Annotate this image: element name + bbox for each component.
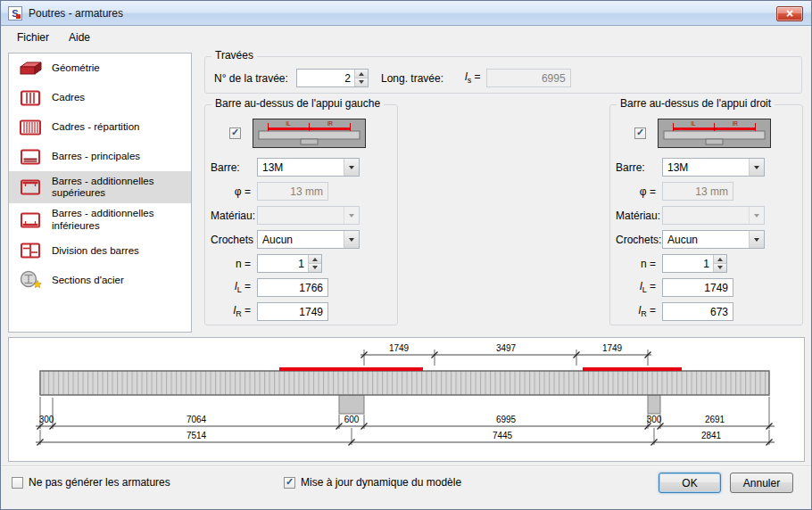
span-number-label: N° de la travée:	[214, 72, 296, 85]
left-bar-diagram: lL lR	[253, 119, 366, 148]
left-n-stepper[interactable]	[257, 254, 322, 273]
footer-separator	[1, 465, 811, 467]
app-icon-letter: S	[12, 8, 18, 19]
thumb-dim-label: lR	[733, 120, 738, 127]
titlebar[interactable]: S Poutres - armatures ×	[1, 1, 811, 26]
steel-sections-icon	[17, 270, 44, 290]
span-length-label: Long. travée:	[381, 72, 443, 85]
dynamic-update-row: ✓ Mise à jour dynamique du modèle	[284, 476, 461, 489]
right-hooks-select[interactable]: Aucun	[662, 230, 765, 249]
right-n-input[interactable]	[663, 255, 713, 272]
sidebar-item-barres-principales[interactable]: Barres - principales	[9, 142, 191, 171]
close-button[interactable]: ×	[776, 6, 803, 21]
sidebar-item-label: Cadres - répartition	[52, 121, 139, 133]
material-label: Matériau:	[616, 210, 662, 222]
left-lR-field[interactable]	[257, 302, 328, 321]
bottom-additional-bars-icon	[17, 210, 44, 230]
menu-file[interactable]: Fichier	[7, 28, 59, 47]
spin-up-icon[interactable]	[714, 255, 726, 264]
n-label: n =	[211, 258, 257, 270]
dim-label: 600	[344, 415, 360, 424]
right-support-bar-group: Barre au-dessus de l'appui droit ✓ lL lR…	[609, 104, 803, 325]
chevron-down-icon	[344, 231, 359, 248]
right-lR-field[interactable]	[662, 302, 733, 321]
spin-down-icon[interactable]	[355, 78, 368, 86]
n-label: n =	[616, 258, 662, 270]
sidebar-item-label: Sections d'acier	[52, 275, 124, 286]
dim-label: 2841	[701, 431, 722, 440]
dim-label: 300	[647, 415, 662, 424]
sidebar-item-label: Cadres	[52, 92, 85, 103]
beam-elevation-drawing: 1749 3497 1749 300 7064 600 6995 300 26	[9, 338, 804, 461]
sidebar-item-sections-acier[interactable]: Sections d'acier	[9, 266, 191, 295]
sidebar-item-label: Division des barres	[52, 245, 139, 257]
sidebar-item-cadres-repartition[interactable]: Cadres - répartition	[9, 112, 191, 142]
span-number-stepper[interactable]	[296, 69, 369, 87]
dim-label: 7064	[186, 415, 207, 424]
geometry-icon	[17, 59, 44, 78]
chevron-down-icon	[749, 207, 764, 224]
right-group-title: Barre au-dessus de l'appui droit	[617, 97, 775, 110]
app-icon: S	[8, 6, 22, 21]
phi-label: φ =	[616, 185, 662, 198]
left-phi-field	[257, 182, 328, 201]
spin-down-icon[interactable]	[309, 264, 321, 272]
span-number-input[interactable]	[297, 70, 354, 86]
cancel-button[interactable]: Annuler	[730, 473, 793, 493]
menu-help[interactable]: Aide	[59, 28, 100, 47]
ok-button[interactable]: OK	[659, 473, 721, 493]
checkmark-icon: ✓	[636, 128, 644, 137]
sidebar-item-label: Barres - additionnelles inférieures	[52, 208, 187, 231]
chevron-down-icon	[344, 207, 359, 224]
dynamic-update-checkbox[interactable]: ✓	[284, 477, 295, 489]
bar-division-icon	[17, 241, 44, 260]
chevron-down-icon	[344, 159, 359, 176]
sidebar-item-division-des-barres[interactable]: Division des barres	[9, 236, 191, 266]
left-n-input[interactable]	[258, 255, 308, 272]
phi-label: φ =	[211, 185, 257, 198]
sidebar-item-cadres[interactable]: Cadres	[9, 83, 191, 112]
stirrup-distribution-icon	[17, 118, 44, 137]
no-generate-checkbox[interactable]	[12, 477, 23, 489]
lL-label: lL =	[211, 280, 257, 294]
lR-label: lR =	[616, 304, 662, 318]
dim-label: 3497	[496, 343, 517, 353]
sidebar: Géométrie Cadres Cadres - répartition	[8, 53, 192, 333]
hooks-label: Crochets:	[616, 234, 662, 246]
thumb-dim-label: lL	[691, 120, 695, 127]
thumb-dim-label: lR	[327, 120, 333, 127]
sidebar-item-barres-additionnelles-superieures[interactable]: Barres - additionnelles supérieures	[9, 171, 191, 203]
dim-label: 7514	[186, 431, 207, 440]
main-bars-icon	[17, 147, 44, 167]
sidebar-item-label: Barres - principales	[52, 151, 140, 162]
sidebar-item-barres-additionnelles-inferieures[interactable]: Barres - additionnelles inférieures	[9, 203, 191, 235]
left-bar-size-select[interactable]: 13M	[257, 158, 360, 177]
bar-label: Barre:	[211, 161, 257, 174]
left-lL-field[interactable]	[257, 278, 328, 297]
left-bar-enabled-checkbox[interactable]: ✓	[229, 128, 241, 139]
dim-label: 2691	[705, 415, 725, 424]
left-group-title: Barre au-dessus de l'appui gauche	[211, 97, 384, 110]
spin-up-icon[interactable]	[355, 70, 368, 78]
chevron-down-icon	[749, 231, 764, 248]
hooks-label: Crochets	[211, 234, 257, 246]
right-material-select	[662, 206, 765, 225]
dialog-window: S Poutres - armatures × Fichier Aide Géo…	[0, 0, 812, 510]
left-hooks-select[interactable]: Aucun	[257, 230, 360, 249]
right-bar-size-select[interactable]: 13M	[662, 158, 765, 177]
close-icon: ×	[786, 7, 793, 20]
top-additional-bars-icon	[17, 177, 44, 197]
lL-label: lL =	[616, 280, 662, 294]
sidebar-item-geometrie[interactable]: Géométrie	[9, 53, 191, 83]
right-bar-enabled-checkbox[interactable]: ✓	[634, 128, 646, 139]
left-material-select	[257, 206, 360, 225]
right-lL-field[interactable]	[662, 278, 733, 297]
spin-up-icon[interactable]	[309, 255, 321, 264]
dim-label: 1749	[602, 343, 623, 353]
no-generate-row: Ne pas générer les armatures	[12, 476, 170, 489]
left-support-bar-group: Barre au-dessus de l'appui gauche ✓ lL l…	[204, 104, 398, 325]
spin-down-icon[interactable]	[714, 264, 726, 272]
right-n-stepper[interactable]	[662, 254, 727, 273]
dim-label: 7445	[493, 431, 513, 440]
sidebar-item-label: Géométrie	[52, 62, 100, 74]
